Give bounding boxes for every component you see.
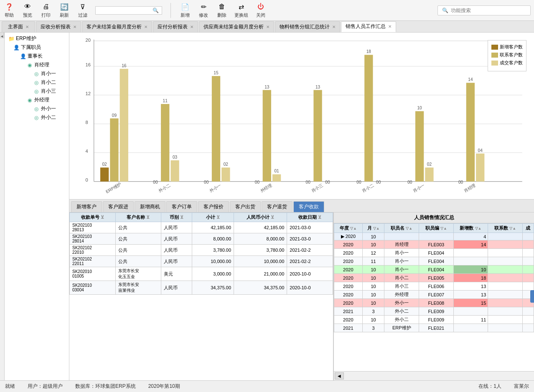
sub-tab-order[interactable]: 客户订单	[166, 201, 197, 212]
sidebar-label-wai1: 外小一	[41, 105, 56, 112]
cell-year: 2021	[334, 307, 363, 316]
sidebar-item-wai2[interactable]: ◎ 外小二	[6, 113, 67, 122]
svg-text:02: 02	[102, 162, 107, 167]
tab-ar[interactable]: 应收分析报表 ✕	[36, 21, 81, 32]
staff-icon-3: ◎	[33, 88, 40, 95]
svg-rect-18	[120, 69, 128, 182]
cell-deal-count	[522, 257, 534, 266]
table-row[interactable]: SK20210222011 公共 人民币 10,000.00 10,000.00…	[70, 256, 333, 267]
toolbar: ❓ 帮助 👁 预览 🖨 打印 🔄 刷新 ⊽ 过滤 🔍 📄 新增 ✏ 修改 🗑 删…	[0, 0, 534, 21]
summary-title: 人员销售情况汇总	[334, 212, 534, 223]
tab-material-sales[interactable]: 物料销售分组汇总统计 ✕	[275, 21, 340, 32]
sub-tab-new-customer[interactable]: 新增客户	[71, 201, 102, 212]
summary-row[interactable]: 2020 10 肖小三 FLE006 13	[334, 282, 534, 291]
tab-ap[interactable]: 应付分析报表 ✕	[153, 21, 198, 32]
summary-row[interactable]: ▶ 2020 10 4	[334, 233, 534, 240]
table-row[interactable]: SK20210328014 公共 人民币 8,000.00 8,000.00 2…	[70, 233, 333, 245]
tab-material-sales-close[interactable]: ✕	[332, 25, 336, 29]
sidebar-item-wai-mgr[interactable]: ◉ 外经理	[6, 96, 67, 104]
sidebar-item-xiao2[interactable]: ◎ 肖小二	[6, 78, 67, 87]
print-button[interactable]: 🖨 打印	[40, 2, 52, 18]
summary-row[interactable]: 2020 10 外小二 FLE009 11	[334, 316, 534, 324]
summary-row[interactable]: 2021 3 ERP维护 FLE021	[334, 324, 534, 332]
summary-row[interactable]: 2020 10 肖小一 FLE004 10	[334, 266, 534, 274]
sidebar-item-chairman[interactable]: 👤 董事长	[6, 52, 67, 61]
cell-year: 2020	[334, 257, 363, 266]
table-row[interactable]: SK20201003004 东莞市长安亩莱伟业 人民币 34,375.00 34…	[70, 281, 333, 295]
refresh-label: 刷新	[60, 12, 69, 18]
summary-row[interactable]: 2021 3 外小二 FLE009	[334, 307, 534, 316]
sub-tab-return[interactable]: 客户退货	[262, 201, 292, 212]
tab-home[interactable]: 主界面 ✕	[2, 21, 35, 32]
refresh-button[interactable]: 🔄 刷新	[58, 2, 70, 18]
cell-new-count: 13	[453, 291, 488, 299]
legend-new: 新增客户数	[491, 44, 523, 50]
summary-row[interactable]: 2020 10 肖小二 FLE005 18	[334, 274, 534, 282]
svg-text:ERP维护: ERP维护	[105, 182, 122, 194]
preview-button[interactable]: 👁 预览	[22, 2, 33, 18]
tab-supplier-balance[interactable]: 供应商未结算金额月度分析 ✕	[199, 21, 274, 32]
cell-contact-count	[488, 324, 523, 332]
search-input[interactable]	[98, 8, 153, 13]
cell-customer: 公共	[115, 256, 161, 267]
tab-customer-balance-close[interactable]: ✕	[144, 25, 147, 29]
cell-contact-count	[488, 307, 523, 316]
tab-salesperson[interactable]: 销售人员工作汇总 ✕	[341, 21, 396, 32]
cell-deal-count	[522, 233, 534, 240]
help-button[interactable]: ❓ 帮助	[3, 2, 15, 18]
sub-tab-follow[interactable]: 客户跟进	[103, 201, 134, 212]
table-row[interactable]: SK20210222010 公共 人民币 3,780.00 3,780.00 2…	[70, 245, 333, 256]
receipt-table: 收款单号 ⊻ 客户名称 ⊻ 币别 ⊻ 小计 ⊻ 人民币小计 ⊻ 收款日期 ⊻ S…	[69, 212, 333, 295]
tab-ar-close[interactable]: ✕	[73, 25, 76, 29]
modify-label: 修改	[199, 12, 208, 18]
nav-left[interactable]: ◀	[335, 372, 344, 379]
sub-tab-quote[interactable]: 客户报价	[198, 201, 229, 212]
col-receipt-id: 收款单号 ⊻	[70, 213, 116, 222]
func-search-box[interactable]: 🔍	[437, 5, 531, 15]
svg-text:肖小一: 肖小一	[412, 183, 425, 193]
sidebar-item-erp[interactable]: 📁 ERP维护	[6, 34, 67, 43]
svg-text:10: 10	[417, 106, 422, 110]
func-search-input[interactable]	[451, 8, 526, 13]
table-nav: ◀	[334, 371, 534, 380]
sidebar-item-xiao1[interactable]: ◎ 肖小一	[6, 69, 67, 78]
delete-button[interactable]: 🗑 删除	[216, 2, 228, 18]
close-button[interactable]: ⏻ 关闭	[255, 2, 267, 18]
sub-tab-receipt[interactable]: 客户收款	[293, 201, 324, 212]
sidebar-item-wai1[interactable]: ◎ 外小一	[6, 104, 67, 113]
sidebar-item-xiao3[interactable]: ◎ 肖小三	[6, 87, 67, 96]
summary-row[interactable]: 2020 10 外经理 FLE007 13	[334, 291, 534, 299]
summary-row[interactable]: 2020 11 肖小一 FLE004	[334, 257, 534, 266]
table-row[interactable]: SK20201001005 东莞市长安化玉五金 美元 3,000.00 21,0…	[70, 267, 333, 281]
switch-button[interactable]: ⇄ 更换组	[234, 2, 248, 18]
cell-year: 2020	[334, 249, 363, 257]
summary-row[interactable]: 2020 12 肖小一 FLE004	[334, 249, 534, 257]
cell-new-count: 11	[453, 316, 488, 324]
cell-emp-name	[384, 233, 419, 240]
wai1-icon: ◎	[33, 106, 40, 112]
sidebar-item-xiao-mgr[interactable]: ◉ 肖经理	[6, 61, 67, 69]
tab-customer-balance[interactable]: 客户未结算金额月度分析 ✕	[82, 21, 152, 32]
cell-rmb: 10,000.00	[234, 256, 287, 267]
sidebar-item-subordinate[interactable]: 👤 下属职员	[6, 43, 67, 52]
svg-text:肖小二: 肖小二	[361, 183, 374, 193]
tab-home-close[interactable]: ✕	[25, 25, 29, 29]
cell-currency: 人民币	[161, 222, 192, 233]
sub-tab-opportunity[interactable]: 新增商机	[135, 201, 165, 212]
summary-row[interactable]: 2020 10 外小一 FLE008 15	[334, 299, 534, 307]
filter-label: 过滤	[78, 12, 87, 18]
sidebar-toggle[interactable]: ◄	[0, 33, 4, 38]
new-button[interactable]: 📄 新增	[179, 2, 191, 18]
modify-button[interactable]: ✏ 修改	[198, 2, 209, 18]
tab-supplier-balance-close[interactable]: ✕	[266, 25, 270, 29]
search-box[interactable]: 🔍	[95, 6, 162, 15]
cell-new-count: 13	[453, 282, 488, 291]
mgr-icon: ◉	[26, 62, 33, 68]
table-row[interactable]: SK20210328013 公共 人民币 42,185.00 42,185.00…	[70, 222, 333, 233]
sub-tab-shipment[interactable]: 客户出货	[230, 201, 261, 212]
tab-salesperson-close[interactable]: ✕	[388, 24, 392, 29]
delete-icon: 🗑	[216, 2, 228, 11]
tab-ap-close[interactable]: ✕	[190, 25, 193, 29]
summary-row[interactable]: 2020 10 肖经理 FLE003 14	[334, 240, 534, 249]
filter-button[interactable]: ⊽ 过滤	[77, 2, 89, 18]
